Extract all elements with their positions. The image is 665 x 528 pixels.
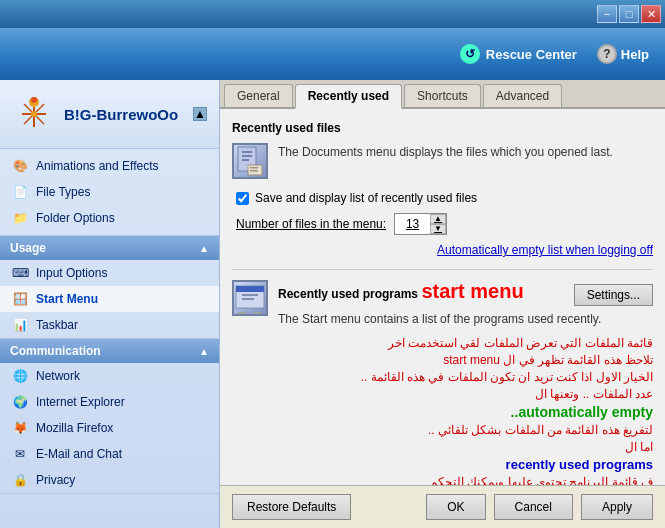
sidebar-item-folderoptions[interactable]: 📁 Folder Options	[0, 205, 219, 231]
sidebar-item-taskbar[interactable]: 📊 Taskbar	[0, 312, 219, 338]
maximize-button[interactable]: □	[619, 5, 639, 23]
start-menu-highlight: start menu	[421, 280, 523, 302]
animations-icon: 🎨	[12, 158, 28, 174]
save-list-checkbox-row: Save and display list of recently used f…	[232, 191, 653, 205]
tab-content: Recently used files The Documents menu d…	[220, 109, 665, 485]
privacy-icon: 🔒	[12, 472, 28, 488]
sidebar-item-animations[interactable]: 🎨 Animations and Effects	[0, 153, 219, 179]
usage-section-header[interactable]: Usage ▲	[0, 236, 219, 260]
sidebar-item-inputoptions[interactable]: ⌨ Input Options	[0, 260, 219, 286]
svg-rect-13	[250, 170, 258, 172]
svg-rect-15	[236, 286, 264, 292]
app-logo	[12, 92, 56, 136]
help-icon: ?	[597, 44, 617, 64]
header: ↺ Rescue Center ? Help	[0, 28, 665, 80]
svg-rect-12	[250, 167, 258, 169]
startmenu-icon: 🪟	[12, 291, 28, 307]
sidebar-item-firefox[interactable]: 🦊 Mozilla Firefox	[0, 415, 219, 441]
tab-recently-used[interactable]: Recently used	[295, 84, 402, 109]
arabic-text-3: الخيار الاول اذا كنت تريد ان تكون الملفا…	[232, 370, 653, 384]
arabic-text-8: recently used programs	[232, 457, 653, 472]
arabic-text-2: تلاحظ هذه القائمة تظهر في ال start menu	[232, 353, 653, 367]
arabic-text-9: ف قائمة البرنامج تحتوي عليها ويمكنك التح…	[232, 475, 653, 485]
spin-down-button[interactable]: ▼	[430, 224, 446, 234]
svg-rect-19	[242, 298, 254, 300]
restore-defaults-button[interactable]: Restore Defaults	[232, 494, 351, 520]
communication-section-header[interactable]: Communication ▲	[0, 339, 219, 363]
communication-section: Communication ▲ 🌐 Network 🌍 Internet Exp…	[0, 339, 219, 494]
ok-button[interactable]: OK	[426, 494, 485, 520]
number-label: Number of files in the menu:	[236, 217, 386, 231]
arabic-text-6: لتفريغ هذه القائمة من الملفات بشكل تلقائ…	[232, 423, 653, 437]
title-bar: − □ ✕	[0, 0, 665, 28]
file-count-input[interactable]	[395, 217, 430, 231]
tab-general[interactable]: General	[224, 84, 293, 107]
tab-shortcuts[interactable]: Shortcuts	[404, 84, 481, 107]
firefox-icon: 🦊	[12, 420, 28, 436]
folderoptions-icon: 📁	[12, 210, 28, 226]
programs-description: The Start menu contains a list of the pr…	[278, 310, 653, 328]
appearance-section: 🎨 Animations and Effects 📄 File Types 📁 …	[0, 149, 219, 236]
bottom-bar: Restore Defaults OK Cancel Apply	[220, 485, 665, 528]
usage-collapse-icon: ▲	[199, 243, 209, 254]
svg-point-5	[31, 111, 37, 117]
sidebar-item-startmenu[interactable]: 🪟 Start Menu	[0, 286, 219, 312]
minimize-button[interactable]: −	[597, 5, 617, 23]
files-info-box: The Documents menu displays the files wh…	[232, 143, 653, 179]
number-of-files-row: Number of files in the menu: ▲ ▼	[232, 213, 653, 235]
svg-rect-16	[238, 312, 246, 314]
ie-icon: 🌍	[12, 394, 28, 410]
close-button[interactable]: ✕	[641, 5, 661, 23]
auto-clear-link[interactable]: Automatically empty list when logging of…	[232, 243, 653, 257]
tab-advanced[interactable]: Advanced	[483, 84, 562, 107]
svg-rect-18	[242, 294, 258, 296]
recently-used-programs-title: Recently used programs	[278, 287, 421, 301]
collapse-button[interactable]: ▲	[193, 107, 207, 121]
sidebar: B!G-BurrewoOo ▲ 🎨 Animations and Effects…	[0, 80, 220, 528]
taskbar-icon: 📊	[12, 317, 28, 333]
sidebar-item-privacy[interactable]: 🔒 Privacy	[0, 467, 219, 493]
logo-area: B!G-BurrewoOo ▲	[0, 80, 219, 149]
inputoptions-icon: ⌨	[12, 265, 28, 281]
arabic-text-4: عدد الملفات .. وتعنها ال	[232, 387, 653, 401]
settings-button[interactable]: Settings...	[574, 284, 653, 306]
save-list-checkbox[interactable]	[236, 192, 249, 205]
recently-used-files-title: Recently used files	[232, 121, 653, 135]
spin-up-button[interactable]: ▲	[430, 214, 446, 224]
arabic-text-5: automatically empty..	[232, 404, 653, 420]
app-title: B!G-BurrewoOo	[64, 106, 178, 123]
sidebar-item-ie[interactable]: 🌍 Internet Explorer	[0, 389, 219, 415]
spinner-buttons: ▲ ▼	[430, 214, 446, 234]
files-icon	[232, 143, 268, 179]
programs-icon	[232, 280, 268, 316]
emailchat-icon: ✉	[12, 446, 28, 462]
bottom-right-buttons: OK Cancel Apply	[426, 494, 653, 520]
cancel-button[interactable]: Cancel	[494, 494, 573, 520]
file-count-spinner[interactable]: ▲ ▼	[394, 213, 447, 235]
arabic-text-7: اما ال	[232, 440, 653, 454]
communication-collapse-icon: ▲	[199, 346, 209, 357]
rescue-icon: ↺	[460, 44, 480, 64]
svg-point-6	[31, 97, 37, 103]
content-area: General Recently used Shortcuts Advanced…	[220, 80, 665, 528]
rescue-center-button[interactable]: ↺ Rescue Center	[460, 44, 577, 64]
sidebar-item-network[interactable]: 🌐 Network	[0, 363, 219, 389]
tab-bar: General Recently used Shortcuts Advanced	[220, 80, 665, 109]
filetypes-icon: 📄	[12, 184, 28, 200]
sidebar-item-filetypes[interactable]: 📄 File Types	[0, 179, 219, 205]
svg-rect-8	[242, 151, 252, 153]
files-description: The Documents menu displays the files wh…	[278, 143, 653, 161]
svg-rect-9	[242, 155, 252, 157]
usage-section: Usage ▲ ⌨ Input Options 🪟 Start Menu 📊 T…	[0, 236, 219, 339]
help-button[interactable]: ? Help	[597, 44, 649, 64]
apply-button[interactable]: Apply	[581, 494, 653, 520]
save-list-label: Save and display list of recently used f…	[255, 191, 477, 205]
svg-rect-10	[242, 159, 249, 161]
sidebar-item-emailchat[interactable]: ✉ E-Mail and Chat	[0, 441, 219, 467]
arabic-text-1: قائمة الملفات التي تعرض الملفات لقي استخ…	[232, 336, 653, 350]
svg-rect-17	[254, 312, 262, 314]
recently-used-programs-section: Recently used programs start menu Settin…	[232, 269, 653, 485]
network-icon: 🌐	[12, 368, 28, 384]
